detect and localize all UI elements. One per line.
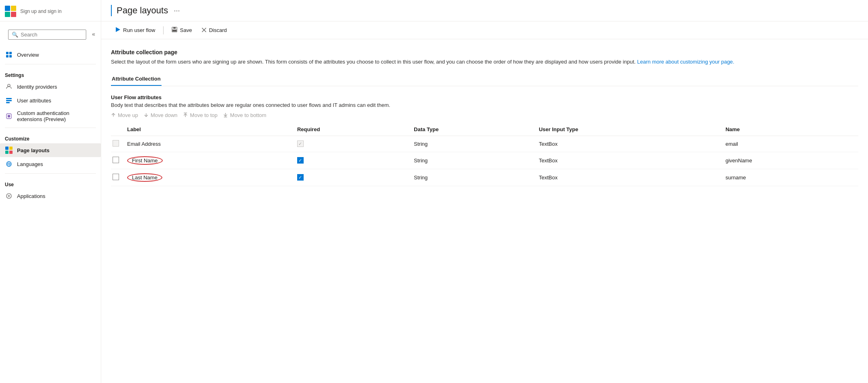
row2-name: givenName (725, 152, 858, 169)
main-panel: Page layouts ··· Run user flow Save (101, 0, 868, 383)
row1-inputtype: TextBox (539, 136, 725, 152)
table-row: Email Address ✓ String TextBox email (111, 136, 858, 152)
title-divider (111, 5, 112, 16)
save-button[interactable]: Save (168, 25, 196, 36)
move-controls: Move up Move down Move to top (111, 112, 858, 118)
sidebar-item-custom-auth[interactable]: Custom authentication extensions (Previe… (0, 107, 101, 125)
search-input[interactable] (21, 32, 83, 38)
main-title: Page layouts ··· (111, 5, 180, 16)
page-layouts-icon (5, 146, 13, 154)
sidebar-collapse-button[interactable]: « (90, 31, 97, 37)
run-user-flow-button[interactable]: Run user flow (111, 25, 159, 36)
sidebar-search-box[interactable]: 🔍 (8, 30, 86, 40)
run-icon (115, 27, 121, 34)
sidebar-item-label-overview: Overview (17, 52, 39, 58)
run-user-flow-label: Run user flow (123, 27, 155, 33)
learn-more-link[interactable]: Learn more about customizing your page. (637, 59, 734, 65)
table-header-row: Label Required Data Type User Input Type… (111, 123, 858, 136)
row1-required-checkbox[interactable]: ✓ (297, 140, 304, 147)
table-row: First Name ✓ String TextBox givenName (111, 152, 858, 169)
move-up-button[interactable]: Move up (111, 112, 138, 118)
sidebar-item-label-identity-providers: Identity providers (17, 84, 57, 90)
languages-icon (5, 160, 13, 168)
title-more-icon[interactable]: ··· (174, 6, 180, 15)
table-row: Last Name ✓ String TextBox surname (111, 169, 858, 186)
row2-required-checkbox[interactable]: ✓ (297, 157, 304, 164)
row2-inputtype: TextBox (539, 152, 725, 169)
sidebar-item-label-user-attributes: User attributes (17, 98, 51, 104)
discard-label: Discard (209, 27, 227, 33)
col-header-userinputtype: User Input Type (539, 123, 725, 136)
settings-section-label: Settings (0, 67, 101, 80)
overview-icon (5, 51, 13, 59)
row1-datatype: String (414, 136, 539, 152)
applications-icon (5, 192, 13, 200)
svg-rect-1 (9, 52, 12, 54)
search-icon: 🔍 (12, 32, 18, 38)
customize-section-label: Customize (0, 130, 101, 143)
sidebar-item-page-layouts[interactable]: Page layouts (0, 143, 101, 157)
col-header-name: Name (725, 123, 858, 136)
row3-checkbox-cell[interactable] (111, 169, 127, 186)
row3-datatype: String (414, 169, 539, 186)
row1-checkbox-cell[interactable] (111, 136, 127, 152)
identity-icon (5, 83, 13, 91)
row3-required-check: ✓ (298, 175, 302, 180)
move-to-top-button[interactable]: Move to top (183, 112, 217, 118)
row2-required-cell: ✓ (297, 152, 414, 169)
col-header-checkbox (111, 123, 127, 136)
col-header-datatype: Data Type (414, 123, 539, 136)
row3-inputtype: TextBox (539, 169, 725, 186)
svg-marker-14 (116, 27, 120, 32)
sidebar-nav: Overview Settings Identity providers (0, 45, 101, 206)
row3-checkbox[interactable] (113, 174, 119, 180)
row3-required-checkbox[interactable]: ✓ (297, 174, 304, 181)
sidebar-item-label-custom-auth: Custom authentication extensions (Previe… (17, 110, 96, 122)
tab-attribute-collection[interactable]: Attribute Collection (111, 72, 162, 86)
toolbar-divider-1 (163, 26, 164, 34)
tab-bar: Attribute Collection (111, 72, 858, 86)
user-attr-icon (5, 96, 13, 104)
customize-divider (5, 128, 96, 128)
row1-checkbox[interactable] (113, 140, 119, 147)
sidebar-item-overview[interactable]: Overview (0, 48, 101, 62)
row1-label: Email Address (127, 136, 297, 152)
move-to-bottom-button[interactable]: Move to bottom (223, 112, 266, 118)
row2-checkbox-cell[interactable] (111, 152, 127, 169)
row1-name: email (725, 136, 858, 152)
sidebar-item-identity-providers[interactable]: Identity providers (0, 80, 101, 94)
row2-checkbox[interactable] (113, 157, 119, 163)
svg-rect-17 (172, 30, 177, 32)
row3-required-cell: ✓ (297, 169, 414, 186)
discard-icon (202, 27, 206, 34)
row3-label-cell: Last Name (127, 169, 297, 186)
discard-button[interactable]: Discard (198, 25, 231, 36)
col-header-required: Required (297, 123, 414, 136)
row1-required-cell: ✓ (297, 136, 414, 152)
move-to-bottom-label: Move to bottom (230, 112, 266, 118)
sidebar-item-languages[interactable]: Languages (0, 157, 101, 171)
section-desc-text: Select the layout of the form users who … (111, 59, 636, 65)
sidebar-item-applications[interactable]: Applications (0, 189, 101, 203)
col-header-label: Label (127, 123, 297, 136)
sidebar-app-title: Sign up and sign in (20, 9, 62, 14)
svg-rect-0 (6, 52, 9, 54)
main-header: Page layouts ··· (101, 0, 868, 21)
sidebar-item-label-applications: Applications (17, 193, 45, 199)
sidebar-item-user-attributes[interactable]: User attributes (0, 94, 101, 107)
row2-datatype: String (414, 152, 539, 169)
page-title: Page layouts (117, 5, 168, 16)
use-section-label: Use (0, 176, 101, 189)
move-down-button[interactable]: Move down (144, 112, 177, 118)
attributes-table: Label Required Data Type User Input Type… (111, 123, 858, 186)
user-flow-attributes-desc: Body text that describes that the attrib… (111, 102, 858, 108)
svg-point-4 (8, 84, 10, 87)
settings-divider (5, 64, 96, 64)
move-up-label: Move up (118, 112, 138, 118)
row3-name: surname (725, 169, 858, 186)
sidebar-header: Sign up and sign in (0, 0, 101, 21)
custom-auth-icon (5, 112, 13, 120)
move-to-top-label: Move to top (190, 112, 217, 118)
row2-required-check: ✓ (298, 158, 302, 163)
sidebar: Sign up and sign in 🔍 « Overview Setting… (0, 0, 101, 383)
